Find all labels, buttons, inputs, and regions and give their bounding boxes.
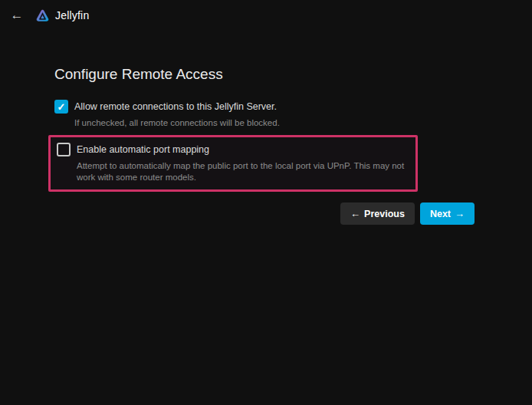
- jellyfin-logo: Jellyfin: [35, 8, 89, 23]
- back-arrow-icon[interactable]: ←: [6, 5, 28, 26]
- page-title: Configure Remote Access: [54, 66, 484, 83]
- port-mapping-label[interactable]: Enable automatic port mapping: [77, 144, 209, 155]
- next-button[interactable]: Next →: [420, 202, 475, 225]
- app-name: Jellyfin: [55, 9, 89, 21]
- remote-access-helper: If unchecked, all remote connections wil…: [74, 117, 478, 128]
- previous-button[interactable]: ← Previous: [340, 202, 415, 225]
- remote-access-checkbox[interactable]: ✓: [54, 100, 68, 114]
- next-arrow-icon: →: [455, 208, 465, 219]
- wizard-nav-buttons: ← Previous Next →: [48, 202, 484, 225]
- previous-arrow-icon: ←: [350, 208, 360, 219]
- port-mapping-checkbox[interactable]: ✓: [57, 143, 71, 156]
- port-mapping-helper: Attempt to automatically map the public …: [77, 160, 409, 183]
- jellyfin-logo-icon: [35, 8, 50, 23]
- remote-access-field: ✓ Allow remote connections to this Jelly…: [48, 100, 484, 128]
- port-mapping-field: ✓ Enable automatic port mapping Attempt …: [54, 143, 409, 183]
- next-button-label: Next: [430, 209, 451, 219]
- app-header: ← Jellyfin: [0, 0, 532, 31]
- wizard-content: Configure Remote Access ✓ Allow remote c…: [48, 66, 484, 225]
- previous-button-label: Previous: [364, 209, 405, 219]
- remote-access-label[interactable]: Allow remote connections to this Jellyfi…: [74, 101, 277, 112]
- annotation-highlight-box: ✓ Enable automatic port mapping Attempt …: [48, 135, 418, 192]
